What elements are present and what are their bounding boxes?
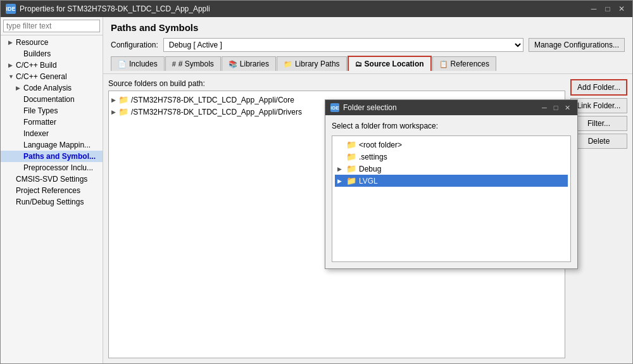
folder-icon: 📁 [118, 95, 128, 104]
dtree-arrow-icon: ▶ [337, 178, 344, 184]
arrow-icon: ▶ [8, 62, 15, 68]
dialog-minimize-button[interactable]: ─ [539, 103, 549, 113]
arrow-icon: ▼ [8, 73, 15, 80]
config-label: Configuration: [111, 41, 158, 49]
close-button[interactable]: ✕ [616, 3, 627, 15]
dialog-body: Select a folder from workspace: 📁 <root … [325, 115, 577, 268]
tab-libraries[interactable]: 📚 Libraries [222, 56, 276, 71]
config-row: Configuration: Debug [ Active ] Manage C… [111, 38, 625, 52]
sidebar-item-label: C/C++ General [16, 72, 67, 81]
right-buttons: Add Folder... Link Folder... Filter... D… [570, 79, 627, 358]
sidebar-item-cmsis-svd[interactable]: CMSIS-SVD Settings [1, 173, 103, 185]
window-title: Properties for STM32H7S78-DK_LTDC_LCD_Ap… [20, 4, 210, 13]
sidebar-item-formatter[interactable]: Formatter [1, 116, 103, 128]
config-select[interactable]: Debug [ Active ] [163, 38, 523, 52]
sidebar-item-label: C/C++ Build [16, 61, 57, 70]
dtree-item-label: <root folder> [359, 141, 402, 149]
dtree-item-label: .settings [359, 153, 387, 161]
tab-references[interactable]: 📋 References [432, 56, 496, 71]
page-title: Paths and Symbols [111, 22, 625, 33]
folder-icon: 📁 [346, 176, 356, 185]
content-area: ▶ Resource Builders ▶ C/C++ Build ▼ C/C+… [1, 17, 632, 363]
dtree-arrow-icon: ▶ [337, 166, 344, 172]
manage-configurations-button[interactable]: Manage Configurations... [529, 38, 625, 52]
dialog-maximize-button[interactable]: □ [551, 103, 561, 113]
sidebar-item-label: Documentation [23, 95, 75, 104]
sidebar-item-language-mapping[interactable]: Language Mappin... [1, 139, 103, 151]
main-body: Source folders on build path: ▶ 📁 /STM32… [103, 74, 632, 363]
sidebar-item-cpp-general[interactable]: ▼ C/C++ General [1, 71, 103, 82]
tab-library-paths-icon: 📁 [284, 60, 292, 68]
sidebar-item-documentation[interactable]: Documentation [1, 94, 103, 105]
sidebar-item-file-types[interactable]: File Types [1, 105, 103, 116]
tab-library-paths-label: Library Paths [295, 60, 340, 68]
dialog-controls: ─ □ ✕ [539, 103, 572, 113]
dtree-item-label: LVGL [359, 177, 378, 185]
window-controls: ─ □ ✕ [588, 3, 627, 15]
dialog-app-icon: IDE [330, 103, 339, 112]
link-folder-button[interactable]: Link Folder... [570, 98, 627, 113]
tab-includes[interactable]: 📄 Includes [111, 56, 165, 71]
sidebar-item-label: Paths and Symbol... [23, 152, 96, 161]
maximize-button[interactable]: □ [602, 3, 613, 15]
folder-icon: 📁 [346, 152, 356, 161]
sidebar-item-run-debug[interactable]: Run/Debug Settings [1, 196, 103, 208]
delete-button[interactable]: Delete [570, 134, 627, 149]
sidebar-item-builders[interactable]: Builders [1, 48, 103, 60]
sidebar-item-label: CMSIS-SVD Settings [16, 175, 87, 184]
tab-symbols-icon: # [172, 60, 176, 68]
folder-path: /STM32H7S78-DK_LTDC_LCD_App_Appli/Driver… [131, 108, 302, 116]
sidebar-item-cpp-build[interactable]: ▶ C/C++ Build [1, 60, 103, 71]
dialog-tree-item-lvgl[interactable]: ▶ 📁 LVGL [335, 175, 568, 187]
tab-source-location-label: Source Location [365, 60, 424, 68]
add-folder-button[interactable]: Add Folder... [570, 79, 627, 96]
folder-path: /STM32H7S78-DK_LTDC_LCD_App_Appli/Core [131, 96, 294, 104]
minimize-button[interactable]: ─ [588, 3, 599, 15]
dialog-title-bar: IDE Folder selection ─ □ ✕ [325, 100, 577, 115]
folder-icon: 📁 [118, 107, 128, 116]
dialog-tree: 📁 <root folder> 📁 .settings ▶ 📁 [332, 135, 571, 262]
dialog-close-button[interactable]: ✕ [562, 103, 572, 113]
main-header: Paths and Symbols Configuration: Debug [… [103, 17, 632, 74]
tab-symbols-label: # Symbols [179, 60, 214, 68]
tree-nav: ▶ Resource Builders ▶ C/C++ Build ▼ C/C+… [1, 35, 103, 363]
tab-includes-icon: 📄 [118, 60, 127, 68]
dialog-tree-item-root[interactable]: 📁 <root folder> [335, 139, 568, 151]
source-folders-label: Source folders on build path: [108, 79, 565, 88]
sidebar-item-project-references[interactable]: Project References [1, 185, 103, 196]
sidebar-item-preprocessor[interactable]: Preprocessor Inclu... [1, 162, 103, 173]
dialog-tree-item-debug[interactable]: ▶ 📁 Debug [335, 163, 568, 175]
dialog-tree-item-settings[interactable]: 📁 .settings [335, 151, 568, 163]
filter-button[interactable]: Filter... [570, 116, 627, 131]
sidebar-item-indexer[interactable]: Indexer [1, 128, 103, 139]
dtree-item-label: Debug [359, 165, 381, 173]
sidebar-item-label: Formatter [23, 118, 56, 127]
folder-arrow-icon: ▶ [111, 109, 116, 115]
sidebar-item-paths-symbols[interactable]: Paths and Symbol... [1, 151, 103, 162]
tab-source-location-icon: 🗂 [355, 60, 362, 68]
sidebar-item-label: Resource [16, 38, 48, 47]
arrow-icon: ▶ [16, 85, 22, 91]
arrow-icon: ▶ [8, 39, 15, 46]
tab-libraries-icon: 📚 [229, 60, 237, 68]
dialog-subtitle: Select a folder from workspace: [332, 122, 571, 130]
tab-includes-label: Includes [129, 60, 158, 68]
tab-bar: 📄 Includes # # Symbols 📚 Libraries 📁 Lib… [111, 56, 625, 71]
folder-icon: 📁 [346, 164, 356, 173]
sidebar: ▶ Resource Builders ▶ C/C++ Build ▼ C/C+… [1, 17, 103, 363]
sidebar-item-resource[interactable]: ▶ Resource [1, 37, 103, 48]
sidebar-item-label: Preprocessor Inclu... [23, 163, 93, 172]
sidebar-item-label: File Types [23, 106, 58, 115]
title-bar: IDE Properties for STM32H7S78-DK_LTDC_LC… [1, 1, 632, 17]
dialog-title: Folder selection [343, 103, 397, 112]
tab-source-location[interactable]: 🗂 Source Location [348, 56, 432, 71]
sidebar-item-label: Run/Debug Settings [16, 198, 84, 206]
filter-input[interactable] [3, 20, 100, 32]
folder-selection-dialog: IDE Folder selection ─ □ ✕ Select a fold… [325, 99, 578, 269]
main-window: IDE Properties for STM32H7S78-DK_LTDC_LC… [0, 0, 633, 364]
sidebar-item-label: Project References [16, 186, 80, 195]
tab-references-icon: 📋 [439, 60, 448, 68]
tab-library-paths[interactable]: 📁 Library Paths [277, 56, 347, 71]
sidebar-item-code-analysis[interactable]: ▶ Code Analysis [1, 82, 103, 94]
tab-symbols[interactable]: # # Symbols [165, 56, 221, 71]
